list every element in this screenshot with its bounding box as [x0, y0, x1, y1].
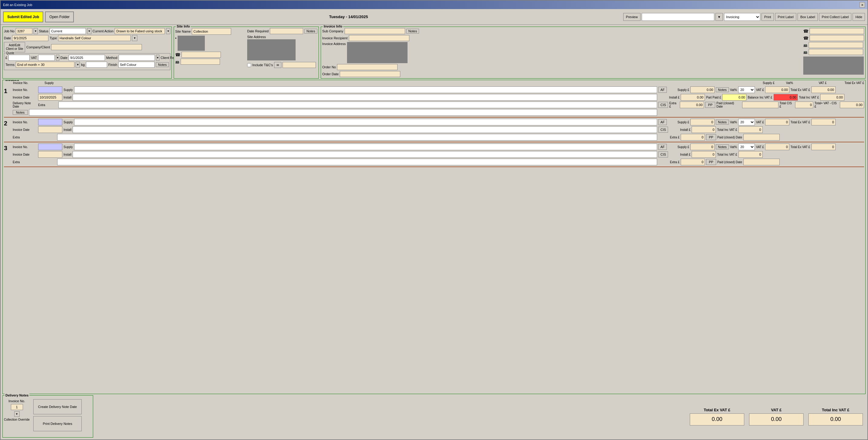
inv-2-vat-select[interactable]: 20 [738, 119, 755, 126]
inv-3-install-input[interactable] [72, 151, 657, 158]
inv-3-paid-date-input[interactable] [743, 159, 780, 165]
inv-1-supply-val[interactable] [690, 87, 715, 93]
inv-3-extra-input[interactable] [57, 159, 657, 165]
open-folder-button[interactable]: Open Folder [45, 11, 74, 22]
status-input[interactable]: Current [50, 28, 86, 34]
terms-input[interactable] [16, 62, 74, 68]
inv-2-no-input[interactable] [38, 119, 62, 126]
print-collect-label-button[interactable]: Print Collect Label [819, 13, 851, 21]
printer-dropdown[interactable]: ▼ [715, 13, 723, 21]
inv-fax2-input[interactable] [809, 49, 863, 55]
inv-2-pp-button[interactable]: PP [706, 134, 716, 140]
inv-1-total-inc-val[interactable] [820, 94, 844, 101]
current-action-input[interactable] [115, 28, 165, 34]
inv-3-supply-val[interactable] [690, 143, 715, 150]
inv-1-balance-val[interactable] [774, 94, 798, 101]
inv-1-cis-button[interactable]: CIS [658, 102, 668, 108]
site-fax-input[interactable] [181, 59, 220, 65]
print-label-button[interactable]: Print Label [775, 13, 797, 21]
inv-1-vat-val[interactable] [765, 87, 789, 93]
inv-1-notes-input[interactable] [29, 109, 657, 116]
job-no-dropdown[interactable]: ▼ [34, 28, 38, 34]
inv-1-notes-btn2[interactable]: Notes [716, 87, 729, 92]
inv-2-cis-button[interactable]: CIS [658, 127, 668, 133]
kg-input[interactable] [86, 62, 107, 68]
inv-3-no-input[interactable] [38, 143, 62, 150]
inv-3-total-ex-val[interactable] [811, 143, 836, 150]
inv-2-supply-val[interactable] [690, 119, 715, 126]
inv-3-vat-select[interactable]: 20 [738, 143, 755, 150]
vat-total-input[interactable] [749, 413, 804, 426]
inv-1-supply-input[interactable] [74, 87, 657, 93]
inv-2-total-inc-val[interactable] [739, 126, 763, 133]
method-dropdown[interactable]: ▼ [156, 55, 159, 61]
box-label-button[interactable]: Box Label [798, 13, 818, 21]
inv-1-vat-select[interactable]: 20 [738, 87, 755, 93]
inv-3-date-input[interactable] [38, 151, 62, 158]
inv-2-total-ex-val[interactable] [811, 119, 836, 126]
quote-input[interactable]: 0 [8, 55, 30, 61]
vat-dropdown[interactable]: ▼ [56, 55, 59, 61]
inv-2-vat-val[interactable] [765, 119, 789, 126]
print-delivery-notes-button[interactable]: Print Delivery Notes [33, 416, 82, 431]
current-action-dropdown[interactable]: ▼ [166, 28, 170, 34]
inv-1-extra-val[interactable] [680, 102, 704, 108]
type-input[interactable] [58, 35, 131, 41]
vat-input[interactable] [38, 55, 55, 61]
inv-3-extra-val[interactable] [681, 159, 705, 165]
inv-1-paid-date-input[interactable] [742, 102, 778, 108]
inv-1-total-cis-val[interactable] [795, 102, 813, 108]
inv-2-af-button[interactable]: AF [658, 119, 667, 125]
site-name-input[interactable] [192, 28, 231, 35]
terms-dropdown[interactable]: ▼ [75, 62, 80, 68]
inv-1-total-ex-val[interactable] [811, 87, 836, 93]
inv-1-part-paid-val[interactable] [722, 94, 746, 101]
total-ex-input[interactable] [690, 413, 744, 426]
mode-select[interactable]: Invoicing [724, 13, 760, 21]
inv-phone1-input[interactable] [810, 28, 864, 34]
inv-2-extra-val[interactable] [681, 134, 705, 140]
order-no-input[interactable] [337, 64, 398, 70]
inv-2-extra-input[interactable] [57, 134, 657, 140]
delivery-inv-no-input[interactable] [11, 404, 23, 410]
submit-button[interactable]: Submit Edited Job [3, 11, 43, 22]
hide-button[interactable]: Hide [852, 13, 865, 21]
tc-mail-button[interactable]: ✉ [274, 62, 281, 68]
site-phone-input[interactable] [182, 52, 221, 58]
preview-button[interactable]: Preview [623, 13, 641, 21]
inv-1-install-val[interactable] [681, 94, 705, 101]
close-button[interactable]: ✕ [860, 2, 865, 7]
inv-3-vat-val[interactable] [765, 143, 789, 150]
job-no-input[interactable] [16, 28, 32, 34]
inv-1-pp-button[interactable]: PP [705, 102, 715, 108]
inv-3-install-val[interactable] [692, 151, 716, 158]
inv-3-supply-input[interactable] [74, 143, 657, 150]
inv-2-install-input[interactable] [72, 126, 657, 133]
inv-1-extra-input[interactable] [58, 102, 657, 108]
inv-fax1-input[interactable] [809, 42, 863, 48]
print-button[interactable]: Print [762, 13, 774, 21]
inv-2-install-val[interactable] [692, 126, 716, 133]
inv-1-af-button[interactable]: AF [658, 87, 667, 93]
inv-3-total-inc-val[interactable] [739, 151, 763, 158]
inv-3-af-button[interactable]: AF [658, 144, 667, 150]
inv-2-paid-date-input[interactable] [743, 134, 780, 140]
invoice-recipient-input[interactable] [349, 35, 409, 41]
inv-1-total-plus-val[interactable] [840, 102, 864, 108]
status-dropdown[interactable]: ▼ [87, 28, 91, 34]
printer-input[interactable]: Brother MFC-J6935DW Printer [642, 13, 714, 21]
quote-date-input[interactable]: 9/1/2025 [69, 55, 105, 61]
order-date-input[interactable] [340, 71, 400, 77]
create-delivery-note-button[interactable]: Create Delivery Note Date [33, 399, 82, 414]
notes-button-invoice[interactable]: Notes [406, 29, 419, 34]
notes-button-site[interactable]: Notes [304, 29, 317, 34]
method-input[interactable] [119, 55, 155, 61]
inv-3-pp-button[interactable]: PP [706, 159, 716, 165]
date-required-input[interactable] [270, 28, 303, 34]
inv-phone2-input[interactable] [810, 35, 864, 41]
type-dropdown[interactable]: ▼ [132, 35, 137, 41]
tc-input[interactable] [283, 62, 316, 68]
inv-2-notes-btn[interactable]: Notes [716, 120, 729, 125]
sub-company-input[interactable] [345, 28, 405, 34]
inv-3-cis-button[interactable]: CIS [658, 151, 668, 158]
